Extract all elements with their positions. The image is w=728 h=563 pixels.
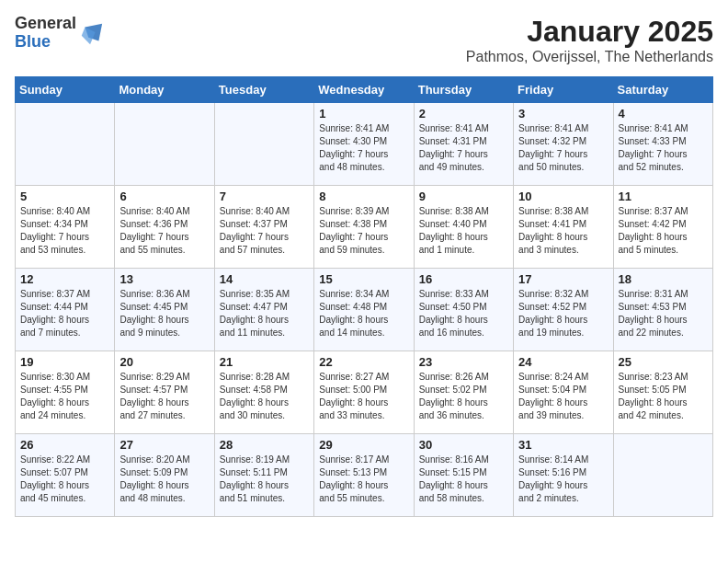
- day-info: Sunrise: 8:33 AM Sunset: 4:50 PM Dayligh…: [419, 288, 508, 339]
- day-number: 31: [518, 438, 608, 452]
- calendar-cell: 30Sunrise: 8:16 AM Sunset: 5:15 PM Dayli…: [414, 434, 513, 517]
- day-number: 26: [20, 438, 109, 452]
- calendar-cell: 23Sunrise: 8:26 AM Sunset: 5:02 PM Dayli…: [414, 351, 513, 434]
- logo: General Blue: [15, 15, 104, 52]
- day-number: 30: [419, 438, 508, 452]
- day-number: 1: [319, 107, 408, 121]
- day-info: Sunrise: 8:27 AM Sunset: 5:00 PM Dayligh…: [319, 371, 408, 422]
- weekday-header-monday: Monday: [115, 77, 214, 103]
- day-number: 17: [518, 272, 608, 286]
- calendar-cell: 1Sunrise: 8:41 AM Sunset: 4:30 PM Daylig…: [314, 103, 414, 186]
- calendar-cell: 25Sunrise: 8:23 AM Sunset: 5:05 PM Dayli…: [613, 351, 712, 434]
- logo-general: General: [15, 15, 76, 33]
- day-info: Sunrise: 8:20 AM Sunset: 5:09 PM Dayligh…: [119, 454, 209, 505]
- day-number: 2: [419, 107, 508, 121]
- day-info: Sunrise: 8:16 AM Sunset: 5:15 PM Dayligh…: [419, 454, 508, 505]
- day-info: Sunrise: 8:17 AM Sunset: 5:13 PM Dayligh…: [319, 454, 408, 505]
- day-info: Sunrise: 8:22 AM Sunset: 5:07 PM Dayligh…: [20, 454, 109, 505]
- calendar-cell: 4Sunrise: 8:41 AM Sunset: 4:33 PM Daylig…: [613, 103, 712, 186]
- day-info: Sunrise: 8:41 AM Sunset: 4:31 PM Dayligh…: [419, 122, 508, 174]
- page-header: General Blue January 2025 Pathmos, Overi…: [15, 15, 713, 65]
- day-info: Sunrise: 8:41 AM Sunset: 4:33 PM Dayligh…: [619, 122, 708, 174]
- day-number: 25: [619, 355, 708, 369]
- calendar-cell: 7Sunrise: 8:40 AM Sunset: 4:37 PM Daylig…: [214, 186, 313, 269]
- day-number: 3: [518, 107, 608, 121]
- week-row-5: 26Sunrise: 8:22 AM Sunset: 5:07 PM Dayli…: [16, 434, 713, 517]
- calendar-cell: 6Sunrise: 8:40 AM Sunset: 4:36 PM Daylig…: [115, 186, 214, 269]
- week-row-1: 1Sunrise: 8:41 AM Sunset: 4:30 PM Daylig…: [16, 103, 713, 186]
- day-number: 6: [119, 190, 209, 203]
- day-number: 22: [319, 355, 408, 369]
- day-info: Sunrise: 8:40 AM Sunset: 4:34 PM Dayligh…: [20, 205, 109, 257]
- week-row-2: 5Sunrise: 8:40 AM Sunset: 4:34 PM Daylig…: [16, 186, 713, 269]
- day-number: 16: [419, 272, 508, 286]
- day-info: Sunrise: 8:28 AM Sunset: 4:58 PM Dayligh…: [220, 371, 309, 422]
- day-info: Sunrise: 8:19 AM Sunset: 5:11 PM Dayligh…: [220, 454, 309, 505]
- day-info: Sunrise: 8:40 AM Sunset: 4:37 PM Dayligh…: [220, 205, 309, 257]
- logo-blue: Blue: [15, 33, 76, 52]
- day-number: 8: [319, 190, 408, 203]
- calendar-cell: 20Sunrise: 8:29 AM Sunset: 4:57 PM Dayli…: [115, 351, 214, 434]
- calendar-cell: 22Sunrise: 8:27 AM Sunset: 5:00 PM Dayli…: [314, 351, 414, 434]
- calendar-cell: [214, 103, 313, 186]
- day-info: Sunrise: 8:37 AM Sunset: 4:44 PM Dayligh…: [20, 288, 109, 339]
- calendar-cell: 12Sunrise: 8:37 AM Sunset: 4:44 PM Dayli…: [16, 269, 115, 351]
- day-info: Sunrise: 8:23 AM Sunset: 5:05 PM Dayligh…: [619, 371, 708, 422]
- month-title: January 2025: [466, 15, 713, 49]
- calendar-cell: 21Sunrise: 8:28 AM Sunset: 4:58 PM Dayli…: [214, 351, 313, 434]
- day-number: 11: [619, 190, 708, 203]
- calendar-cell: 24Sunrise: 8:24 AM Sunset: 5:04 PM Dayli…: [514, 351, 613, 434]
- weekday-header-row: SundayMondayTuesdayWednesdayThursdayFrid…: [16, 77, 713, 103]
- day-number: 4: [619, 107, 708, 121]
- day-info: Sunrise: 8:26 AM Sunset: 5:02 PM Dayligh…: [419, 371, 508, 422]
- day-number: 12: [20, 272, 109, 286]
- calendar-cell: 16Sunrise: 8:33 AM Sunset: 4:50 PM Dayli…: [414, 269, 513, 351]
- location-title: Pathmos, Overijssel, The Netherlands: [466, 49, 713, 65]
- day-info: Sunrise: 8:38 AM Sunset: 4:40 PM Dayligh…: [419, 205, 508, 257]
- day-number: 21: [220, 355, 309, 369]
- calendar-cell: 14Sunrise: 8:35 AM Sunset: 4:47 PM Dayli…: [214, 269, 313, 351]
- calendar-cell: 18Sunrise: 8:31 AM Sunset: 4:53 PM Dayli…: [613, 269, 712, 351]
- calendar-cell: 28Sunrise: 8:19 AM Sunset: 5:11 PM Dayli…: [214, 434, 313, 517]
- calendar-cell: 31Sunrise: 8:14 AM Sunset: 5:16 PM Dayli…: [514, 434, 613, 517]
- day-number: 20: [119, 355, 209, 369]
- day-number: 5: [20, 190, 109, 203]
- day-number: 10: [518, 190, 608, 203]
- calendar-cell: 9Sunrise: 8:38 AM Sunset: 4:40 PM Daylig…: [414, 186, 513, 269]
- weekday-header-tuesday: Tuesday: [214, 77, 313, 103]
- day-number: 15: [319, 272, 408, 286]
- calendar-cell: 26Sunrise: 8:22 AM Sunset: 5:07 PM Dayli…: [16, 434, 115, 517]
- weekday-header-saturday: Saturday: [613, 77, 712, 103]
- week-row-4: 19Sunrise: 8:30 AM Sunset: 4:55 PM Dayli…: [16, 351, 713, 434]
- title-block: January 2025 Pathmos, Overijssel, The Ne…: [466, 15, 713, 65]
- day-info: Sunrise: 8:38 AM Sunset: 4:41 PM Dayligh…: [518, 205, 608, 257]
- day-info: Sunrise: 8:41 AM Sunset: 4:32 PM Dayligh…: [518, 122, 608, 174]
- calendar-cell: 5Sunrise: 8:40 AM Sunset: 4:34 PM Daylig…: [16, 186, 115, 269]
- calendar-cell: 2Sunrise: 8:41 AM Sunset: 4:31 PM Daylig…: [414, 103, 513, 186]
- calendar-cell: 15Sunrise: 8:34 AM Sunset: 4:48 PM Dayli…: [314, 269, 414, 351]
- day-number: 18: [619, 272, 708, 286]
- calendar-cell: 11Sunrise: 8:37 AM Sunset: 4:42 PM Dayli…: [613, 186, 712, 269]
- calendar-cell: [613, 434, 712, 517]
- day-number: 27: [119, 438, 209, 452]
- day-info: Sunrise: 8:36 AM Sunset: 4:45 PM Dayligh…: [119, 288, 209, 339]
- calendar-table: SundayMondayTuesdayWednesdayThursdayFrid…: [15, 76, 713, 517]
- day-info: Sunrise: 8:32 AM Sunset: 4:52 PM Dayligh…: [518, 288, 608, 339]
- day-number: 19: [20, 355, 109, 369]
- calendar-cell: 8Sunrise: 8:39 AM Sunset: 4:38 PM Daylig…: [314, 186, 414, 269]
- weekday-header-thursday: Thursday: [414, 77, 513, 103]
- calendar-cell: 3Sunrise: 8:41 AM Sunset: 4:32 PM Daylig…: [514, 103, 613, 186]
- calendar-cell: 19Sunrise: 8:30 AM Sunset: 4:55 PM Dayli…: [16, 351, 115, 434]
- day-number: 28: [220, 438, 309, 452]
- calendar-cell: 27Sunrise: 8:20 AM Sunset: 5:09 PM Dayli…: [115, 434, 214, 517]
- day-info: Sunrise: 8:35 AM Sunset: 4:47 PM Dayligh…: [220, 288, 309, 339]
- day-info: Sunrise: 8:40 AM Sunset: 4:36 PM Dayligh…: [119, 205, 209, 257]
- weekday-header-friday: Friday: [514, 77, 613, 103]
- weekday-header-sunday: Sunday: [16, 77, 115, 103]
- day-info: Sunrise: 8:31 AM Sunset: 4:53 PM Dayligh…: [619, 288, 708, 339]
- calendar-cell: 17Sunrise: 8:32 AM Sunset: 4:52 PM Dayli…: [514, 269, 613, 351]
- week-row-3: 12Sunrise: 8:37 AM Sunset: 4:44 PM Dayli…: [16, 269, 713, 351]
- logo-icon: [78, 20, 104, 46]
- day-number: 13: [119, 272, 209, 286]
- day-number: 14: [220, 272, 309, 286]
